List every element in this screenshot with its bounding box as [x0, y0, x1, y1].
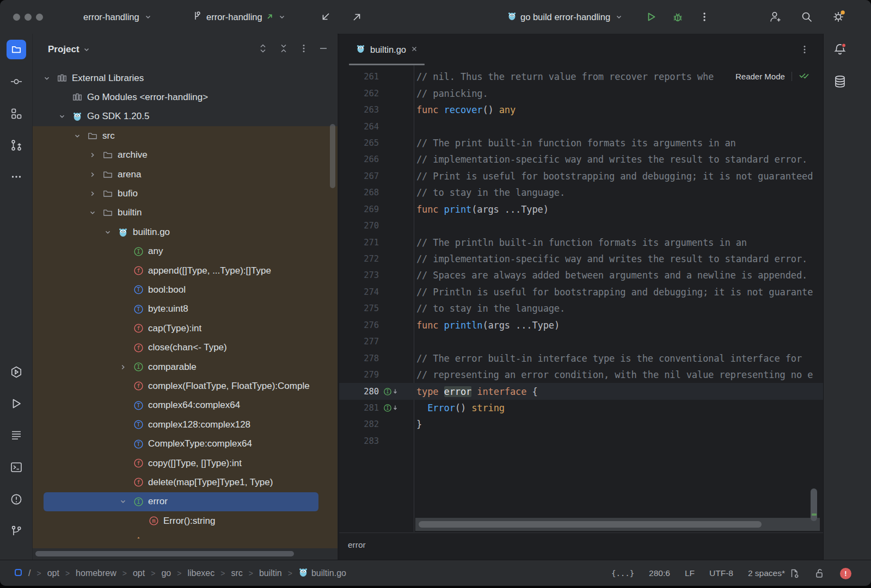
- line-number[interactable]: 279: [339, 370, 379, 380]
- code-with-me-button[interactable]: [766, 8, 784, 26]
- tree-item-complex128-complex128[interactable]: Tcomplex128:complex128: [33, 415, 338, 434]
- code-line-267[interactable]: 267// Print is useful for bootstrapping …: [339, 168, 823, 184]
- code-text[interactable]: type error interface {: [414, 386, 823, 397]
- settings-button[interactable]: [830, 8, 847, 26]
- inspections-ok-icon[interactable]: [799, 71, 811, 82]
- project-tree-horizontal-scrollbar[interactable]: [35, 551, 294, 556]
- code-line-270[interactable]: 270: [339, 218, 823, 234]
- tree-item-complex-floattype-floattype-comple[interactable]: fcomplex(FloatType, FloatType):Comple: [33, 376, 338, 395]
- chevron-down-icon[interactable]: [103, 228, 112, 237]
- code-line-266[interactable]: 266// implementation-specific way and wr…: [339, 151, 823, 168]
- code-text[interactable]: // The error built-in interface type is …: [414, 353, 823, 364]
- code-text[interactable]: // implementation-specific way and write…: [414, 154, 823, 165]
- code-line-265[interactable]: 265// The print built-in function format…: [339, 135, 823, 151]
- code-line-279[interactable]: 279// representing an error condition, w…: [339, 367, 823, 383]
- tree-item-delete-map-type-type1-type[interactable]: fdelete(map[Type]Type1, Type): [33, 473, 338, 492]
- tree-item-complextype-complex64[interactable]: TComplexType:complex64: [33, 434, 338, 453]
- tree-item-archive[interactable]: archive: [33, 146, 338, 165]
- tree-item-go-sdk-1-20-5[interactable]: Go SDK 1.20.5: [33, 107, 338, 126]
- line-number[interactable]: 275: [339, 304, 379, 313]
- tree-item-src[interactable]: src: [33, 126, 338, 145]
- code-line-283[interactable]: 283: [339, 433, 823, 449]
- tool-pull-requests-button[interactable]: [0, 135, 33, 155]
- line-number[interactable]: 280: [339, 387, 379, 397]
- chevron-right-icon[interactable]: [88, 189, 97, 198]
- line-number[interactable]: 277: [339, 337, 379, 346]
- code-line-268[interactable]: 268// to stay in the language.: [339, 184, 823, 201]
- chevron-right-icon[interactable]: [88, 151, 97, 159]
- tool-commit-button[interactable]: [0, 72, 33, 91]
- line-separator-widget[interactable]: LF: [685, 568, 695, 578]
- code-line-276[interactable]: 276func println(args ...Type): [339, 317, 823, 333]
- debug-button[interactable]: [669, 8, 686, 26]
- window-minimize-button[interactable]: [24, 14, 32, 21]
- code-text[interactable]: // Print is useful for bootstrapping and…: [414, 171, 823, 182]
- line-number[interactable]: 262: [339, 89, 379, 98]
- line-number[interactable]: 266: [339, 154, 379, 164]
- line-number[interactable]: 263: [339, 105, 379, 115]
- status-path-item[interactable]: src: [231, 568, 242, 578]
- implementations-gutter-icon[interactable]: I: [379, 404, 414, 412]
- code-text[interactable]: // panicking.: [414, 88, 823, 99]
- code-line-269[interactable]: 269func print(args ...Type): [339, 201, 823, 218]
- line-number[interactable]: 267: [339, 171, 379, 181]
- status-path-item[interactable]: opt: [47, 568, 59, 578]
- more-actions-button[interactable]: [696, 8, 713, 26]
- window-controls[interactable]: [13, 0, 43, 34]
- code-text[interactable]: // representing an error condition, with…: [414, 369, 823, 380]
- code-text[interactable]: Error() string: [414, 403, 823, 413]
- status-path-item[interactable]: libexec: [187, 568, 214, 578]
- tree-item-copy-type-type-int[interactable]: fcopy([]Type, []Type):int: [33, 454, 338, 473]
- status-path-item[interactable]: builtin.go: [298, 567, 346, 579]
- code-text[interactable]: // Println is useful for bootstrapping a…: [414, 287, 823, 298]
- code-line-280[interactable]: 280Itype error interface {: [339, 383, 823, 399]
- editor-horizontal-scrollbar[interactable]: [419, 521, 762, 528]
- status-path-item[interactable]: builtin: [259, 568, 282, 578]
- window-zoom-button[interactable]: [36, 14, 43, 21]
- line-number[interactable]: 278: [339, 354, 379, 363]
- tool-more-button[interactable]: [0, 167, 33, 187]
- collapse-all-button[interactable]: [278, 43, 289, 56]
- code-line-275[interactable]: 275// to stay in the language.: [339, 300, 823, 317]
- implementations-gutter-icon[interactable]: I: [379, 387, 414, 396]
- code-text[interactable]: // The print built-in function formats i…: [414, 138, 823, 148]
- code-line-281[interactable]: 281I Error() string: [339, 400, 823, 416]
- chevron-down-icon[interactable]: [88, 208, 97, 217]
- code-line-274[interactable]: 274// Println is useful for bootstrappin…: [339, 284, 823, 300]
- tree-item-error[interactable]: Ierror: [44, 492, 318, 511]
- file-lock-widget[interactable]: [814, 568, 825, 579]
- chevron-right-icon[interactable]: [88, 170, 97, 179]
- tree-item-append-type-type-type[interactable]: fappend([]Type, ...Type):[]Type: [33, 261, 338, 280]
- expand-all-button[interactable]: [257, 43, 268, 56]
- chevron-right-icon[interactable]: [119, 363, 127, 372]
- code-text[interactable]: func println(args ...Type): [414, 320, 823, 331]
- tree-item-byte-uint8[interactable]: Tbyte:uint8: [33, 300, 338, 319]
- update-project-button[interactable]: [317, 8, 334, 26]
- encoding-widget[interactable]: UTF-8: [709, 568, 733, 578]
- tool-run-button[interactable]: [0, 394, 33, 413]
- tree-item-external-libraries[interactable]: External Libraries: [33, 69, 338, 88]
- tool-problems-button[interactable]: [0, 490, 33, 509]
- tree-item-bufio[interactable]: bufio: [33, 184, 338, 203]
- search-everywhere-button[interactable]: [798, 8, 815, 26]
- code-text[interactable]: // The println built-in function formats…: [414, 237, 823, 248]
- line-number[interactable]: 271: [339, 238, 379, 247]
- tool-structure-button[interactable]: [0, 104, 33, 123]
- tree-item-bool-bool[interactable]: Tbool:bool: [33, 280, 338, 299]
- run-button[interactable]: [642, 8, 660, 26]
- tool-project-button[interactable]: [0, 40, 33, 59]
- caret-position-widget[interactable]: 280:6: [649, 568, 670, 578]
- code-line-273[interactable]: 273// Spaces are always added between ar…: [339, 267, 823, 283]
- status-path-item[interactable]: homebrew: [76, 568, 116, 578]
- line-number[interactable]: 270: [339, 221, 379, 231]
- code-text[interactable]: // to stay in the language.: [414, 303, 823, 314]
- error-notification-badge[interactable]: !: [840, 568, 851, 579]
- project-tree-vertical-scrollbar[interactable]: [330, 124, 335, 188]
- tree-item-error-string[interactable]: mError():string: [33, 511, 338, 530]
- code-style-widget[interactable]: {...}: [611, 569, 634, 578]
- tree-item-close-chan-type[interactable]: fclose(chan<- Type): [33, 338, 338, 357]
- tree-item-builtin[interactable]: builtin: [33, 203, 338, 222]
- breadcrumb-element[interactable]: error: [348, 540, 366, 550]
- line-number[interactable]: 269: [339, 205, 379, 214]
- code-line-272[interactable]: 272// implementation-specific way and wr…: [339, 251, 823, 267]
